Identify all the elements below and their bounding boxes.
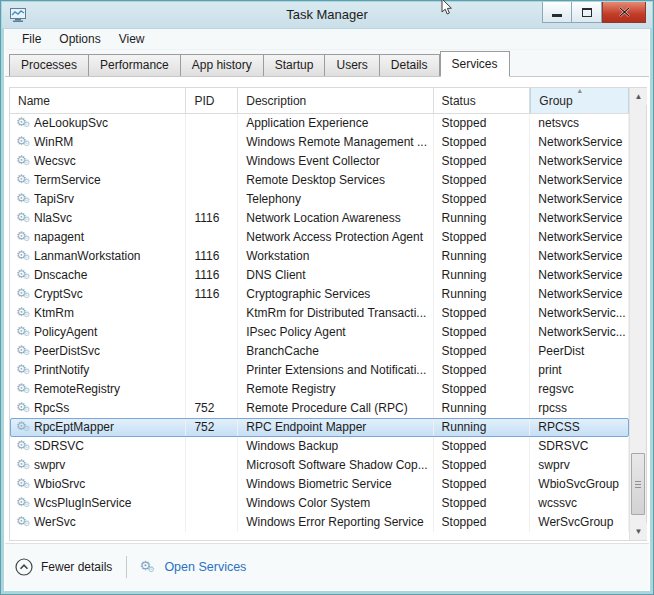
- service-pid: [186, 304, 238, 323]
- service-description: Windows Biometric Service: [238, 475, 433, 494]
- service-pid: [186, 152, 238, 171]
- maximize-icon: [582, 8, 592, 17]
- tab-processes[interactable]: Processes: [9, 54, 89, 76]
- service-gear-icon: ⚙⚙: [16, 247, 32, 266]
- service-gear-icon: ⚙⚙: [16, 133, 32, 152]
- tab-performance[interactable]: Performance: [89, 54, 181, 76]
- service-status: Running: [434, 247, 531, 266]
- table-row[interactable]: ⚙⚙PrintNotify Printer Extensions and Not…: [10, 361, 629, 380]
- mouse-cursor: [439, 0, 453, 16]
- service-pid: [186, 228, 238, 247]
- service-pid: [186, 494, 238, 513]
- service-name: swprv: [32, 456, 65, 475]
- service-gear-icon: ⚙⚙: [16, 323, 32, 342]
- services-gear-icon: ⚙ ⚙: [139, 558, 157, 576]
- table-row[interactable]: ⚙⚙swprv Microsoft Software Shadow Cop...…: [10, 456, 629, 475]
- table-row[interactable]: ⚙⚙TermService Remote Desktop Services St…: [10, 171, 629, 190]
- service-group: NetworkService: [530, 152, 629, 171]
- table-row[interactable]: ⚙⚙RpcEptMapper 752 RPC Endpoint Mapper R…: [10, 418, 629, 437]
- close-button[interactable]: [602, 2, 646, 23]
- table-row[interactable]: ⚙⚙WcsPlugInService Windows Color System …: [10, 494, 629, 513]
- tab-app-history[interactable]: App history: [181, 54, 264, 76]
- menu-item-view[interactable]: View: [110, 30, 154, 48]
- tab-details[interactable]: Details: [380, 54, 440, 76]
- table-row[interactable]: ⚙⚙Wecsvc Windows Event Collector Stopped…: [10, 152, 629, 171]
- service-status: Stopped: [434, 380, 531, 399]
- service-pid: [186, 361, 238, 380]
- service-group: NetworkService: [530, 228, 629, 247]
- service-gear-icon: ⚙⚙: [16, 456, 32, 475]
- table-row[interactable]: ⚙⚙LanmanWorkstation 1116 Workstation Run…: [10, 247, 629, 266]
- table-row[interactable]: ⚙⚙SDRSVC Windows Backup Stopped SDRSVC: [10, 437, 629, 456]
- service-status: Running: [434, 285, 531, 304]
- service-name: WerSvc: [32, 513, 76, 532]
- service-group: NetworkService: [530, 190, 629, 209]
- service-group: NetworkService: [530, 285, 629, 304]
- table-row[interactable]: ⚙⚙RpcSs 752 Remote Procedure Call (RPC) …: [10, 399, 629, 418]
- service-description: Windows Event Collector: [238, 152, 433, 171]
- maximize-button[interactable]: [572, 2, 602, 23]
- column-header-pid[interactable]: PID: [186, 88, 238, 113]
- scroll-up-button[interactable]: ▲: [630, 88, 647, 105]
- table-row[interactable]: ⚙⚙KtmRm KtmRm for Distributed Transacti.…: [10, 304, 629, 323]
- column-header-description[interactable]: Description: [238, 88, 433, 113]
- menu-item-file[interactable]: File: [13, 30, 50, 48]
- scroll-down-button[interactable]: ▼: [630, 523, 647, 540]
- service-description: BranchCache: [238, 342, 433, 361]
- service-description: Workstation: [238, 247, 433, 266]
- tab-users[interactable]: Users: [325, 54, 379, 76]
- table-row[interactable]: ⚙⚙WinRM Windows Remote Management ... St…: [10, 133, 629, 152]
- service-gear-icon: ⚙⚙: [16, 418, 32, 437]
- task-manager-window: Task Manager FileOptionsView ProcessesPe…: [0, 0, 654, 595]
- service-status: Running: [434, 266, 531, 285]
- service-gear-icon: ⚙⚙: [16, 228, 32, 247]
- service-group: wcssvc: [530, 494, 629, 513]
- open-services-link[interactable]: ⚙ ⚙ Open Services: [139, 558, 246, 576]
- column-header-label: Description: [246, 94, 306, 108]
- table-row[interactable]: ⚙⚙CryptSvc 1116 Cryptographic Services R…: [10, 285, 629, 304]
- table-row[interactable]: ⚙⚙NlaSvc 1116 Network Location Awareness…: [10, 209, 629, 228]
- service-name: WbioSrvc: [32, 475, 85, 494]
- service-name: RpcSs: [32, 399, 69, 418]
- service-name: SDRSVC: [32, 437, 84, 456]
- service-description: Application Experience: [238, 114, 433, 133]
- column-header-group[interactable]: Group▴: [530, 88, 629, 113]
- table-row[interactable]: ⚙⚙WerSvc Windows Error Reporting Service…: [10, 513, 629, 532]
- vertical-scrollbar[interactable]: ▲ ▼: [629, 88, 646, 540]
- service-name: TapiSrv: [32, 190, 74, 209]
- minimize-button[interactable]: [542, 2, 572, 23]
- titlebar[interactable]: Task Manager: [2, 2, 652, 29]
- table-row[interactable]: ⚙⚙PolicyAgent IPsec Policy Agent Stopped…: [10, 323, 629, 342]
- service-status: Stopped: [434, 513, 531, 532]
- sort-ascending-icon: ▴: [578, 87, 582, 95]
- service-status: Stopped: [434, 475, 531, 494]
- service-name: PolicyAgent: [32, 323, 97, 342]
- service-name: WinRM: [32, 133, 73, 152]
- services-table: NamePIDDescriptionStatusGroup▴ ⚙⚙AeLooku…: [9, 87, 647, 541]
- footer-divider: [126, 556, 127, 578]
- service-group: NetworkService: [530, 171, 629, 190]
- service-gear-icon: ⚙⚙: [16, 380, 32, 399]
- table-row[interactable]: ⚙⚙PeerDistSvc BranchCache Stopped PeerDi…: [10, 342, 629, 361]
- service-description: Windows Color System: [238, 494, 433, 513]
- tab-startup[interactable]: Startup: [264, 54, 326, 76]
- service-group: NetworkService: [530, 247, 629, 266]
- column-header-status[interactable]: Status: [434, 88, 531, 113]
- scrollbar-thumb[interactable]: [631, 453, 645, 515]
- service-gear-icon: ⚙⚙: [16, 494, 32, 513]
- service-description: Windows Backup: [238, 437, 433, 456]
- tab-services[interactable]: Services: [440, 51, 510, 77]
- column-header-name[interactable]: Name: [10, 88, 186, 113]
- table-row[interactable]: ⚙⚙WbioSrvc Windows Biometric Service Sto…: [10, 475, 629, 494]
- table-row[interactable]: ⚙⚙RemoteRegistry Remote Registry Stopped…: [10, 380, 629, 399]
- service-name: WcsPlugInService: [32, 494, 131, 513]
- table-row[interactable]: ⚙⚙TapiSrv Telephony Stopped NetworkServi…: [10, 190, 629, 209]
- menu-item-options[interactable]: Options: [50, 30, 109, 48]
- table-row[interactable]: ⚙⚙AeLookupSvc Application Experience Sto…: [10, 114, 629, 133]
- column-header-label: PID: [194, 94, 214, 108]
- service-status: Running: [434, 209, 531, 228]
- fewer-details-button[interactable]: Fewer details: [15, 558, 112, 576]
- service-gear-icon: ⚙⚙: [16, 190, 32, 209]
- table-row[interactable]: ⚙⚙napagent Network Access Protection Age…: [10, 228, 629, 247]
- table-row[interactable]: ⚙⚙Dnscache 1116 DNS Client Running Netwo…: [10, 266, 629, 285]
